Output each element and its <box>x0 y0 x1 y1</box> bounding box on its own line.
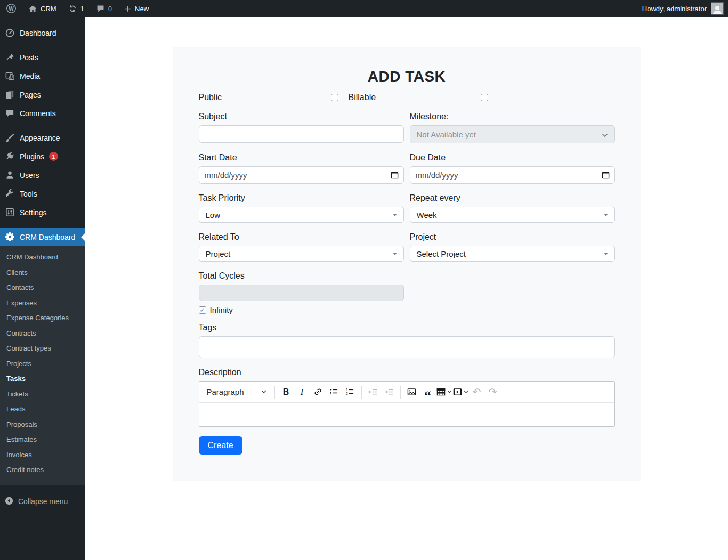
public-label: Public <box>199 93 222 102</box>
svg-text:1: 1 <box>346 388 348 392</box>
numbered-list-icon: 12 <box>345 387 354 396</box>
submenu-credit-notes[interactable]: Credit notes <box>0 462 85 478</box>
site-name: CRM <box>41 5 56 13</box>
chevron-down-icon <box>261 390 266 394</box>
bulleted-list-button[interactable] <box>327 384 342 400</box>
indent-button[interactable] <box>382 384 397 400</box>
new-label: New <box>135 5 149 13</box>
submenu-tickets[interactable]: Tickets <box>0 387 85 402</box>
editor-content-area[interactable] <box>199 403 614 426</box>
create-button[interactable]: Create <box>199 436 242 455</box>
sidebar-item-label: Appearance <box>20 134 60 142</box>
checkbox-row: Public Billable <box>199 93 615 102</box>
calendar-icon[interactable] <box>602 171 610 181</box>
sidebar-item-comments[interactable]: Comments <box>0 104 85 123</box>
repeat-every-select[interactable]: Week <box>410 207 615 223</box>
site-link[interactable]: CRM <box>22 0 62 17</box>
plus-icon <box>124 5 132 13</box>
updates-icon <box>68 4 77 13</box>
comments-indicator[interactable]: 0 <box>90 0 118 17</box>
add-task-card: ADD TASK Public Billable Subject Milesto… <box>173 47 641 481</box>
brush-icon <box>4 133 15 143</box>
svg-text:W: W <box>9 6 14 12</box>
block-quote-button[interactable]: “ <box>420 384 435 400</box>
wrench-icon <box>4 189 15 199</box>
subject-input[interactable] <box>199 125 404 143</box>
sidebar-item-plugins[interactable]: Plugins 1 <box>0 147 85 166</box>
due-date-input[interactable] <box>410 166 615 184</box>
sidebar-item-appearance[interactable]: Appearance <box>0 128 85 147</box>
sidebar-item-dashboard[interactable]: Dashboard <box>0 23 85 42</box>
numbered-list-button[interactable]: 12 <box>343 384 358 400</box>
sidebar-item-label: Media <box>20 72 40 80</box>
tags-input[interactable] <box>199 336 615 358</box>
home-icon <box>28 4 37 13</box>
dropdown-arrow-icon <box>393 214 397 216</box>
outdent-button[interactable] <box>366 384 381 400</box>
related-to-select[interactable]: Project <box>199 246 404 262</box>
sidebar-item-crm-dashboard[interactable]: CRM Dashboard <box>0 228 85 246</box>
avatar[interactable] <box>711 2 724 15</box>
submenu-projects[interactable]: Projects <box>0 356 85 372</box>
user-icon <box>4 170 15 181</box>
related-to-value: Project <box>206 249 231 258</box>
new-content-button[interactable]: New <box>118 0 155 17</box>
project-select[interactable]: Select Project <box>410 246 615 262</box>
italic-icon: I <box>301 387 303 397</box>
sidebar-item-users[interactable]: Users <box>0 166 85 184</box>
submenu-invoices[interactable]: Invoices <box>0 448 85 463</box>
howdy-text[interactable]: Howdy, administrator <box>642 5 707 13</box>
gear-icon <box>4 232 15 242</box>
sidebar-item-label: Comments <box>20 109 56 118</box>
submenu-tasks[interactable]: Tasks <box>0 371 85 387</box>
bold-button[interactable]: B <box>279 384 294 400</box>
description-label: Description <box>199 368 615 377</box>
public-checkbox[interactable] <box>331 94 338 101</box>
start-date-input[interactable] <box>199 166 404 184</box>
page-title: ADD TASK <box>199 68 615 85</box>
submenu-expense-categories[interactable]: Expense Categories <box>0 311 85 326</box>
related-to-label: Related To <box>199 232 404 242</box>
sidebar-item-pages[interactable]: Pages <box>0 85 85 104</box>
total-cycles-input <box>199 285 404 301</box>
paragraph-dropdown[interactable]: Paragraph <box>203 384 271 400</box>
collapse-arrow-icon <box>4 496 14 507</box>
outdent-icon <box>368 387 377 396</box>
undo-button[interactable]: ↶ <box>470 384 484 400</box>
sidebar-item-label: CRM Dashboard <box>20 233 75 241</box>
link-button[interactable] <box>311 384 326 400</box>
submenu-clients[interactable]: Clients <box>0 265 85 281</box>
sidebar-item-label: Plugins <box>20 152 44 161</box>
submenu-contract-types[interactable]: Contract types <box>0 341 85 356</box>
sidebar-item-settings[interactable]: Settings <box>0 203 85 222</box>
sliders-icon <box>4 207 15 218</box>
updates-indicator[interactable]: 1 <box>62 0 90 17</box>
milestone-select[interactable]: Not Available yet <box>410 125 615 143</box>
wordpress-logo[interactable]: W <box>0 0 22 17</box>
italic-button[interactable]: I <box>295 384 310 400</box>
dashboard-gauge-icon <box>4 28 15 38</box>
sidebar-item-media[interactable]: Media <box>0 67 85 85</box>
billable-checkbox[interactable] <box>481 94 488 101</box>
insert-table-button[interactable] <box>436 384 452 400</box>
calendar-icon[interactable] <box>391 171 399 181</box>
submenu-contracts[interactable]: Contracts <box>0 326 85 342</box>
redo-button[interactable]: ↷ <box>486 384 500 400</box>
sidebar-item-posts[interactable]: Posts <box>0 48 85 67</box>
infinity-checkbox[interactable]: ✓ <box>199 306 206 314</box>
insert-media-button[interactable] <box>453 384 468 400</box>
submenu-expenses[interactable]: Expenses <box>0 296 85 311</box>
submenu-crm-dashboard[interactable]: CRM Dashboard <box>0 250 85 265</box>
table-icon <box>436 387 446 396</box>
submenu-estimates[interactable]: Estimates <box>0 432 85 448</box>
collapse-menu-button[interactable]: Collapse menu <box>0 491 85 513</box>
admin-bar: W CRM 1 0 New Howdy, administrator <box>0 0 728 17</box>
comment-icon <box>96 4 105 13</box>
submenu-contacts[interactable]: Contacts <box>0 280 85 296</box>
submenu-leads[interactable]: Leads <box>0 402 85 417</box>
sidebar-item-tools[interactable]: Tools <box>0 184 85 203</box>
task-priority-select[interactable]: Low <box>199 207 404 223</box>
insert-image-button[interactable] <box>405 384 419 400</box>
submenu-proposals[interactable]: Proposals <box>0 417 85 433</box>
sidebar-item-label: Settings <box>20 208 47 217</box>
